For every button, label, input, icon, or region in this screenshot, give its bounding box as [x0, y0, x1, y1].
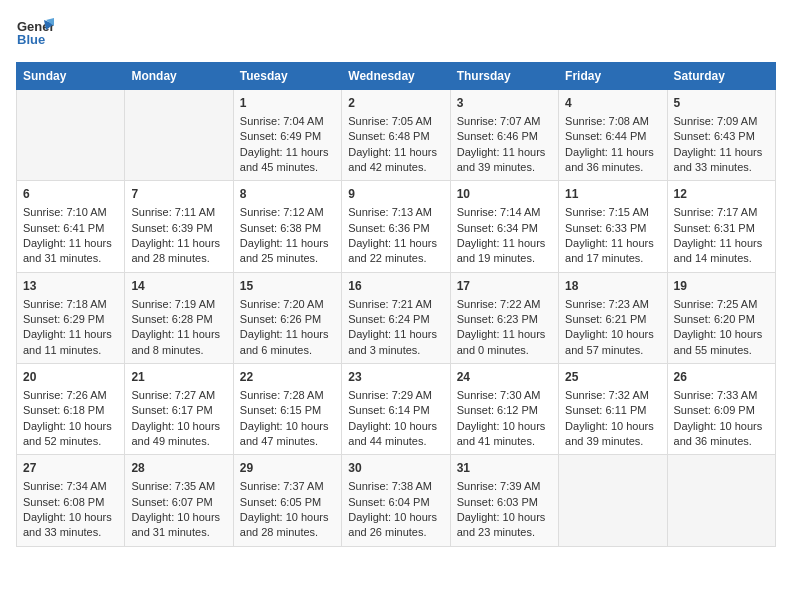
sunrise: Sunrise: 7:25 AM	[674, 298, 758, 310]
sunrise: Sunrise: 7:38 AM	[348, 480, 432, 492]
day-number: 16	[348, 278, 443, 295]
daylight: Daylight: 10 hours and 47 minutes.	[240, 420, 329, 447]
daylight: Daylight: 11 hours and 8 minutes.	[131, 328, 220, 355]
sunset: Sunset: 6:04 PM	[348, 496, 429, 508]
day-header-wednesday: Wednesday	[342, 63, 450, 90]
sunset: Sunset: 6:49 PM	[240, 130, 321, 142]
day-number: 23	[348, 369, 443, 386]
calendar-cell: 28Sunrise: 7:35 AMSunset: 6:07 PMDayligh…	[125, 455, 233, 546]
calendar-cell: 1Sunrise: 7:04 AMSunset: 6:49 PMDaylight…	[233, 90, 341, 181]
daylight: Daylight: 10 hours and 31 minutes.	[131, 511, 220, 538]
daylight: Daylight: 11 hours and 19 minutes.	[457, 237, 546, 264]
daylight: Daylight: 11 hours and 39 minutes.	[457, 146, 546, 173]
daylight: Daylight: 11 hours and 42 minutes.	[348, 146, 437, 173]
sunrise: Sunrise: 7:34 AM	[23, 480, 107, 492]
day-number: 1	[240, 95, 335, 112]
sunrise: Sunrise: 7:22 AM	[457, 298, 541, 310]
daylight: Daylight: 10 hours and 28 minutes.	[240, 511, 329, 538]
day-number: 18	[565, 278, 660, 295]
daylight: Daylight: 11 hours and 17 minutes.	[565, 237, 654, 264]
sunset: Sunset: 6:15 PM	[240, 404, 321, 416]
calendar-cell: 7Sunrise: 7:11 AMSunset: 6:39 PMDaylight…	[125, 181, 233, 272]
sunset: Sunset: 6:41 PM	[23, 222, 104, 234]
day-number: 20	[23, 369, 118, 386]
day-number: 14	[131, 278, 226, 295]
sunset: Sunset: 6:29 PM	[23, 313, 104, 325]
sunset: Sunset: 6:38 PM	[240, 222, 321, 234]
day-number: 15	[240, 278, 335, 295]
sunrise: Sunrise: 7:28 AM	[240, 389, 324, 401]
sunrise: Sunrise: 7:27 AM	[131, 389, 215, 401]
calendar-cell: 3Sunrise: 7:07 AMSunset: 6:46 PMDaylight…	[450, 90, 558, 181]
calendar-cell: 20Sunrise: 7:26 AMSunset: 6:18 PMDayligh…	[17, 364, 125, 455]
calendar-cell: 15Sunrise: 7:20 AMSunset: 6:26 PMDayligh…	[233, 272, 341, 363]
calendar-cell: 30Sunrise: 7:38 AMSunset: 6:04 PMDayligh…	[342, 455, 450, 546]
sunrise: Sunrise: 7:20 AM	[240, 298, 324, 310]
calendar-cell: 5Sunrise: 7:09 AMSunset: 6:43 PMDaylight…	[667, 90, 775, 181]
day-header-sunday: Sunday	[17, 63, 125, 90]
day-header-friday: Friday	[559, 63, 667, 90]
sunrise: Sunrise: 7:26 AM	[23, 389, 107, 401]
daylight: Daylight: 10 hours and 41 minutes.	[457, 420, 546, 447]
sunrise: Sunrise: 7:35 AM	[131, 480, 215, 492]
day-number: 9	[348, 186, 443, 203]
calendar-cell: 27Sunrise: 7:34 AMSunset: 6:08 PMDayligh…	[17, 455, 125, 546]
sunset: Sunset: 6:08 PM	[23, 496, 104, 508]
sunset: Sunset: 6:14 PM	[348, 404, 429, 416]
daylight: Daylight: 10 hours and 49 minutes.	[131, 420, 220, 447]
sunset: Sunset: 6:18 PM	[23, 404, 104, 416]
sunset: Sunset: 6:23 PM	[457, 313, 538, 325]
calendar-cell: 11Sunrise: 7:15 AMSunset: 6:33 PMDayligh…	[559, 181, 667, 272]
logo: General Blue	[16, 16, 54, 54]
day-number: 8	[240, 186, 335, 203]
sunset: Sunset: 6:21 PM	[565, 313, 646, 325]
calendar-week-5: 27Sunrise: 7:34 AMSunset: 6:08 PMDayligh…	[17, 455, 776, 546]
calendar-cell: 29Sunrise: 7:37 AMSunset: 6:05 PMDayligh…	[233, 455, 341, 546]
daylight: Daylight: 11 hours and 28 minutes.	[131, 237, 220, 264]
calendar-week-2: 6Sunrise: 7:10 AMSunset: 6:41 PMDaylight…	[17, 181, 776, 272]
day-header-tuesday: Tuesday	[233, 63, 341, 90]
day-number: 27	[23, 460, 118, 477]
daylight: Daylight: 10 hours and 44 minutes.	[348, 420, 437, 447]
sunset: Sunset: 6:12 PM	[457, 404, 538, 416]
day-number: 21	[131, 369, 226, 386]
calendar-week-4: 20Sunrise: 7:26 AMSunset: 6:18 PMDayligh…	[17, 364, 776, 455]
sunset: Sunset: 6:48 PM	[348, 130, 429, 142]
svg-text:Blue: Blue	[17, 32, 45, 47]
daylight: Daylight: 11 hours and 36 minutes.	[565, 146, 654, 173]
calendar-cell: 25Sunrise: 7:32 AMSunset: 6:11 PMDayligh…	[559, 364, 667, 455]
sunrise: Sunrise: 7:12 AM	[240, 206, 324, 218]
sunrise: Sunrise: 7:29 AM	[348, 389, 432, 401]
daylight: Daylight: 11 hours and 14 minutes.	[674, 237, 763, 264]
daylight: Daylight: 10 hours and 57 minutes.	[565, 328, 654, 355]
day-number: 4	[565, 95, 660, 112]
sunrise: Sunrise: 7:21 AM	[348, 298, 432, 310]
day-number: 6	[23, 186, 118, 203]
sunrise: Sunrise: 7:04 AM	[240, 115, 324, 127]
calendar-cell: 26Sunrise: 7:33 AMSunset: 6:09 PMDayligh…	[667, 364, 775, 455]
daylight: Daylight: 11 hours and 45 minutes.	[240, 146, 329, 173]
calendar-cell: 18Sunrise: 7:23 AMSunset: 6:21 PMDayligh…	[559, 272, 667, 363]
sunset: Sunset: 6:03 PM	[457, 496, 538, 508]
daylight: Daylight: 11 hours and 3 minutes.	[348, 328, 437, 355]
calendar-cell: 16Sunrise: 7:21 AMSunset: 6:24 PMDayligh…	[342, 272, 450, 363]
calendar-cell: 9Sunrise: 7:13 AMSunset: 6:36 PMDaylight…	[342, 181, 450, 272]
day-number: 22	[240, 369, 335, 386]
day-number: 3	[457, 95, 552, 112]
sunrise: Sunrise: 7:39 AM	[457, 480, 541, 492]
sunrise: Sunrise: 7:10 AM	[23, 206, 107, 218]
sunrise: Sunrise: 7:08 AM	[565, 115, 649, 127]
daylight: Daylight: 10 hours and 52 minutes.	[23, 420, 112, 447]
day-number: 17	[457, 278, 552, 295]
calendar-cell: 21Sunrise: 7:27 AMSunset: 6:17 PMDayligh…	[125, 364, 233, 455]
logo-icon: General Blue	[16, 16, 54, 54]
calendar-week-3: 13Sunrise: 7:18 AMSunset: 6:29 PMDayligh…	[17, 272, 776, 363]
sunset: Sunset: 6:05 PM	[240, 496, 321, 508]
calendar-cell: 13Sunrise: 7:18 AMSunset: 6:29 PMDayligh…	[17, 272, 125, 363]
day-number: 29	[240, 460, 335, 477]
daylight: Daylight: 11 hours and 31 minutes.	[23, 237, 112, 264]
sunset: Sunset: 6:26 PM	[240, 313, 321, 325]
sunset: Sunset: 6:09 PM	[674, 404, 755, 416]
day-number: 28	[131, 460, 226, 477]
calendar-cell: 23Sunrise: 7:29 AMSunset: 6:14 PMDayligh…	[342, 364, 450, 455]
